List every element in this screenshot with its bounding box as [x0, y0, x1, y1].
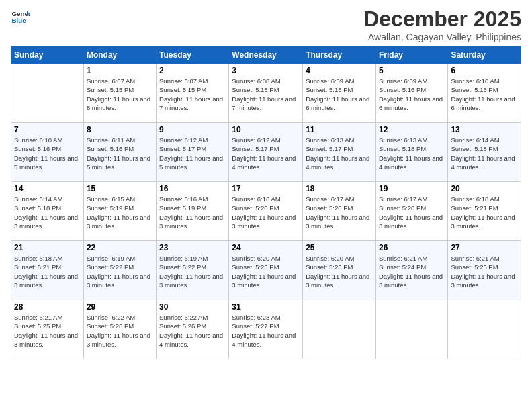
day-info: Sunrise: 6:22 AM Sunset: 5:26 PM Dayligh…	[159, 313, 226, 349]
day-number: 9	[159, 125, 226, 134]
col-thursday: Thursday	[303, 47, 376, 64]
calendar-table: Sunday Monday Tuesday Wednesday Thursday…	[11, 46, 521, 359]
day-info: Sunrise: 6:15 AM Sunset: 5:19 PM Dayligh…	[87, 195, 153, 230]
day-info: Sunrise: 6:14 AM Sunset: 5:18 PM Dayligh…	[451, 136, 518, 171]
calendar-header-row: Sunday Monday Tuesday Wednesday Thursday…	[11, 47, 521, 64]
table-row: 13Sunrise: 6:14 AM Sunset: 5:18 PM Dayli…	[448, 123, 521, 182]
table-row: 19Sunrise: 6:17 AM Sunset: 5:20 PM Dayli…	[375, 182, 447, 241]
day-number: 20	[451, 184, 518, 193]
table-row: 30Sunrise: 6:22 AM Sunset: 5:26 PM Dayli…	[157, 300, 229, 359]
day-number: 15	[87, 184, 153, 193]
day-number: 13	[451, 125, 518, 134]
day-number: 29	[87, 302, 153, 312]
table-row: 11Sunrise: 6:13 AM Sunset: 5:17 PM Dayli…	[303, 123, 376, 182]
day-number: 1	[87, 66, 153, 75]
day-number: 31	[232, 302, 300, 312]
header: General Blue December 2025 Awallan, Caga…	[11, 7, 521, 42]
logo: General Blue	[11, 7, 31, 27]
table-row: 26Sunrise: 6:21 AM Sunset: 5:24 PM Dayli…	[375, 241, 447, 300]
table-row: 28Sunrise: 6:21 AM Sunset: 5:25 PM Dayli…	[11, 300, 84, 359]
calendar-week-2: 7Sunrise: 6:10 AM Sunset: 5:16 PM Daylig…	[11, 123, 521, 182]
col-friday: Friday	[375, 47, 447, 64]
day-number: 27	[451, 243, 518, 253]
day-number: 22	[87, 243, 153, 253]
day-info: Sunrise: 6:09 AM Sunset: 5:15 PM Dayligh…	[306, 77, 373, 112]
table-row: 14Sunrise: 6:14 AM Sunset: 5:18 PM Dayli…	[11, 182, 84, 241]
table-row: 29Sunrise: 6:22 AM Sunset: 5:26 PM Dayli…	[83, 300, 156, 359]
table-row: 12Sunrise: 6:13 AM Sunset: 5:18 PM Dayli…	[375, 123, 447, 182]
day-info: Sunrise: 6:20 AM Sunset: 5:23 PM Dayligh…	[306, 254, 373, 289]
table-row	[375, 300, 447, 359]
day-number: 30	[159, 302, 226, 312]
calendar-week-3: 14Sunrise: 6:14 AM Sunset: 5:18 PM Dayli…	[11, 182, 521, 241]
table-row: 6Sunrise: 6:10 AM Sunset: 5:16 PM Daylig…	[448, 64, 521, 123]
day-info: Sunrise: 6:11 AM Sunset: 5:16 PM Dayligh…	[87, 136, 153, 171]
day-number: 25	[306, 243, 373, 253]
day-number: 10	[232, 125, 300, 134]
day-info: Sunrise: 6:09 AM Sunset: 5:16 PM Dayligh…	[379, 77, 445, 112]
day-info: Sunrise: 6:23 AM Sunset: 5:27 PM Dayligh…	[232, 313, 300, 349]
day-number: 8	[87, 125, 153, 134]
table-row	[303, 300, 376, 359]
table-row: 8Sunrise: 6:11 AM Sunset: 5:16 PM Daylig…	[83, 123, 156, 182]
table-row: 15Sunrise: 6:15 AM Sunset: 5:19 PM Dayli…	[83, 182, 156, 241]
calendar-week-5: 28Sunrise: 6:21 AM Sunset: 5:25 PM Dayli…	[11, 300, 521, 359]
table-row	[11, 64, 84, 123]
table-row: 20Sunrise: 6:18 AM Sunset: 5:21 PM Dayli…	[448, 182, 521, 241]
page: General Blue December 2025 Awallan, Caga…	[0, 0, 532, 411]
table-row: 1Sunrise: 6:07 AM Sunset: 5:15 PM Daylig…	[83, 64, 156, 123]
table-row: 31Sunrise: 6:23 AM Sunset: 5:27 PM Dayli…	[229, 300, 303, 359]
calendar-week-1: 1Sunrise: 6:07 AM Sunset: 5:15 PM Daylig…	[11, 64, 521, 123]
day-info: Sunrise: 6:20 AM Sunset: 5:23 PM Dayligh…	[232, 254, 300, 289]
day-number: 19	[379, 184, 445, 193]
table-row: 10Sunrise: 6:12 AM Sunset: 5:17 PM Dayli…	[229, 123, 303, 182]
table-row: 23Sunrise: 6:19 AM Sunset: 5:22 PM Dayli…	[157, 241, 229, 300]
day-info: Sunrise: 6:10 AM Sunset: 5:16 PM Dayligh…	[14, 136, 81, 171]
day-info: Sunrise: 6:17 AM Sunset: 5:20 PM Dayligh…	[306, 195, 373, 230]
day-info: Sunrise: 6:07 AM Sunset: 5:15 PM Dayligh…	[159, 77, 226, 112]
day-number: 28	[14, 302, 81, 312]
col-sunday: Sunday	[11, 47, 84, 64]
col-tuesday: Tuesday	[157, 47, 229, 64]
day-info: Sunrise: 6:21 AM Sunset: 5:24 PM Dayligh…	[379, 254, 445, 289]
day-number: 2	[159, 66, 226, 75]
month-title: December 2025	[363, 7, 521, 32]
day-number: 3	[232, 66, 300, 75]
day-info: Sunrise: 6:12 AM Sunset: 5:17 PM Dayligh…	[232, 136, 300, 171]
day-info: Sunrise: 6:16 AM Sunset: 5:20 PM Dayligh…	[232, 195, 300, 230]
day-info: Sunrise: 6:18 AM Sunset: 5:21 PM Dayligh…	[451, 195, 518, 230]
table-row: 24Sunrise: 6:20 AM Sunset: 5:23 PM Dayli…	[229, 241, 303, 300]
table-row: 25Sunrise: 6:20 AM Sunset: 5:23 PM Dayli…	[303, 241, 376, 300]
day-number: 18	[306, 184, 373, 193]
day-info: Sunrise: 6:12 AM Sunset: 5:17 PM Dayligh…	[159, 136, 226, 171]
day-info: Sunrise: 6:14 AM Sunset: 5:18 PM Dayligh…	[14, 195, 81, 230]
table-row: 7Sunrise: 6:10 AM Sunset: 5:16 PM Daylig…	[11, 123, 84, 182]
day-number: 11	[306, 125, 373, 134]
table-row: 2Sunrise: 6:07 AM Sunset: 5:15 PM Daylig…	[157, 64, 229, 123]
table-row: 9Sunrise: 6:12 AM Sunset: 5:17 PM Daylig…	[157, 123, 229, 182]
day-number: 16	[159, 184, 226, 193]
svg-text:Blue: Blue	[12, 17, 27, 24]
day-number: 26	[379, 243, 445, 253]
day-number: 12	[379, 125, 445, 134]
day-info: Sunrise: 6:16 AM Sunset: 5:19 PM Dayligh…	[159, 195, 226, 230]
day-number: 17	[232, 184, 300, 193]
col-wednesday: Wednesday	[229, 47, 303, 64]
day-info: Sunrise: 6:08 AM Sunset: 5:15 PM Dayligh…	[232, 77, 300, 112]
day-info: Sunrise: 6:10 AM Sunset: 5:16 PM Dayligh…	[451, 77, 518, 112]
table-row: 5Sunrise: 6:09 AM Sunset: 5:16 PM Daylig…	[375, 64, 447, 123]
table-row: 4Sunrise: 6:09 AM Sunset: 5:15 PM Daylig…	[303, 64, 376, 123]
table-row: 18Sunrise: 6:17 AM Sunset: 5:20 PM Dayli…	[303, 182, 376, 241]
day-info: Sunrise: 6:19 AM Sunset: 5:22 PM Dayligh…	[87, 254, 153, 289]
col-saturday: Saturday	[448, 47, 521, 64]
day-number: 5	[379, 66, 445, 75]
table-row: 22Sunrise: 6:19 AM Sunset: 5:22 PM Dayli…	[83, 241, 156, 300]
table-row: 27Sunrise: 6:21 AM Sunset: 5:25 PM Dayli…	[448, 241, 521, 300]
day-info: Sunrise: 6:21 AM Sunset: 5:25 PM Dayligh…	[14, 313, 81, 349]
table-row	[448, 300, 521, 359]
table-row: 21Sunrise: 6:18 AM Sunset: 5:21 PM Dayli…	[11, 241, 84, 300]
logo-icon: General Blue	[11, 7, 31, 27]
day-number: 7	[14, 125, 81, 134]
day-number: 24	[232, 243, 300, 253]
day-info: Sunrise: 6:22 AM Sunset: 5:26 PM Dayligh…	[87, 313, 153, 349]
